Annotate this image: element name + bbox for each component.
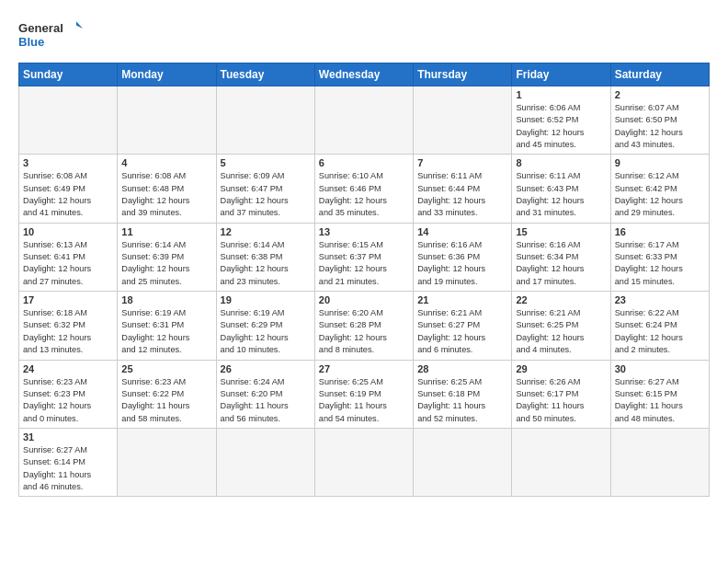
day-number: 7 bbox=[417, 157, 507, 168]
calendar-cell: 14Sunrise: 6:16 AM Sunset: 6:36 PM Dayli… bbox=[414, 223, 512, 291]
day-info: Sunrise: 6:17 AM Sunset: 6:33 PM Dayligh… bbox=[615, 239, 705, 288]
svg-marker-2 bbox=[76, 21, 83, 29]
calendar-cell bbox=[314, 428, 413, 496]
day-info: Sunrise: 6:14 AM Sunset: 6:38 PM Dayligh… bbox=[221, 239, 311, 288]
calendar-week-0: 1Sunrise: 6:06 AM Sunset: 6:52 PM Daylig… bbox=[19, 86, 710, 155]
calendar-cell: 19Sunrise: 6:19 AM Sunset: 6:29 PM Dayli… bbox=[216, 292, 314, 360]
calendar-cell: 21Sunrise: 6:21 AM Sunset: 6:27 PM Dayli… bbox=[414, 292, 512, 360]
calendar-cell: 16Sunrise: 6:17 AM Sunset: 6:33 PM Dayli… bbox=[610, 223, 709, 291]
calendar-cell: 26Sunrise: 6:24 AM Sunset: 6:20 PM Dayli… bbox=[216, 360, 314, 428]
svg-text:Blue: Blue bbox=[18, 35, 44, 49]
day-info: Sunrise: 6:15 AM Sunset: 6:37 PM Dayligh… bbox=[319, 239, 409, 288]
calendar-cell: 13Sunrise: 6:15 AM Sunset: 6:37 PM Dayli… bbox=[314, 223, 413, 291]
day-info: Sunrise: 6:27 AM Sunset: 6:14 PM Dayligh… bbox=[23, 444, 113, 493]
day-info: Sunrise: 6:14 AM Sunset: 6:39 PM Dayligh… bbox=[121, 239, 211, 288]
calendar-cell: 10Sunrise: 6:13 AM Sunset: 6:41 PM Dayli… bbox=[19, 223, 118, 291]
day-number: 9 bbox=[615, 157, 705, 168]
day-header-thursday: Thursday bbox=[414, 63, 512, 86]
calendar-cell: 6Sunrise: 6:10 AM Sunset: 6:46 PM Daylig… bbox=[314, 155, 413, 223]
day-number: 30 bbox=[615, 363, 705, 374]
day-info: Sunrise: 6:11 AM Sunset: 6:43 PM Dayligh… bbox=[516, 170, 606, 219]
day-number: 22 bbox=[516, 294, 606, 305]
day-info: Sunrise: 6:27 AM Sunset: 6:15 PM Dayligh… bbox=[615, 376, 705, 425]
calendar-cell: 18Sunrise: 6:19 AM Sunset: 6:31 PM Dayli… bbox=[118, 292, 216, 360]
day-number: 31 bbox=[23, 431, 113, 442]
calendar-cell: 15Sunrise: 6:16 AM Sunset: 6:34 PM Dayli… bbox=[512, 223, 610, 291]
calendar-cell: 8Sunrise: 6:11 AM Sunset: 6:43 PM Daylig… bbox=[512, 155, 610, 223]
day-number: 6 bbox=[319, 157, 409, 168]
calendar-cell bbox=[414, 86, 512, 155]
calendar-cell: 30Sunrise: 6:27 AM Sunset: 6:15 PM Dayli… bbox=[610, 360, 709, 428]
calendar-cell bbox=[19, 86, 118, 155]
calendar-cell: 24Sunrise: 6:23 AM Sunset: 6:23 PM Dayli… bbox=[19, 360, 118, 428]
calendar-cell: 25Sunrise: 6:23 AM Sunset: 6:22 PM Dayli… bbox=[118, 360, 216, 428]
day-info: Sunrise: 6:22 AM Sunset: 6:24 PM Dayligh… bbox=[615, 307, 705, 356]
day-header-saturday: Saturday bbox=[610, 63, 709, 86]
day-info: Sunrise: 6:20 AM Sunset: 6:28 PM Dayligh… bbox=[319, 307, 409, 356]
calendar-cell: 1Sunrise: 6:06 AM Sunset: 6:52 PM Daylig… bbox=[512, 86, 610, 155]
day-info: Sunrise: 6:10 AM Sunset: 6:46 PM Dayligh… bbox=[319, 170, 409, 219]
day-number: 8 bbox=[516, 157, 606, 168]
day-info: Sunrise: 6:19 AM Sunset: 6:31 PM Dayligh… bbox=[121, 307, 211, 356]
calendar-cell bbox=[414, 428, 512, 496]
day-number: 4 bbox=[121, 157, 211, 168]
logo-svg: General Blue bbox=[18, 15, 83, 55]
day-number: 12 bbox=[221, 226, 311, 237]
calendar-cell: 22Sunrise: 6:21 AM Sunset: 6:25 PM Dayli… bbox=[512, 292, 610, 360]
calendar-cell: 20Sunrise: 6:20 AM Sunset: 6:28 PM Dayli… bbox=[314, 292, 413, 360]
calendar-cell: 12Sunrise: 6:14 AM Sunset: 6:38 PM Dayli… bbox=[216, 223, 314, 291]
day-info: Sunrise: 6:19 AM Sunset: 6:29 PM Dayligh… bbox=[221, 307, 311, 356]
day-number: 26 bbox=[221, 363, 311, 374]
day-info: Sunrise: 6:08 AM Sunset: 6:49 PM Dayligh… bbox=[23, 170, 113, 219]
calendar-week-3: 17Sunrise: 6:18 AM Sunset: 6:32 PM Dayli… bbox=[19, 292, 710, 360]
day-number: 28 bbox=[417, 363, 507, 374]
day-header-friday: Friday bbox=[512, 63, 610, 86]
day-info: Sunrise: 6:16 AM Sunset: 6:34 PM Dayligh… bbox=[516, 239, 606, 288]
day-number: 23 bbox=[615, 294, 705, 305]
calendar-cell: 29Sunrise: 6:26 AM Sunset: 6:17 PM Dayli… bbox=[512, 360, 610, 428]
day-header-tuesday: Tuesday bbox=[216, 63, 314, 86]
day-header-monday: Monday bbox=[118, 63, 216, 86]
day-number: 20 bbox=[319, 294, 409, 305]
calendar-cell: 11Sunrise: 6:14 AM Sunset: 6:39 PM Dayli… bbox=[118, 223, 216, 291]
calendar-cell: 27Sunrise: 6:25 AM Sunset: 6:19 PM Dayli… bbox=[314, 360, 413, 428]
calendar-cell: 31Sunrise: 6:27 AM Sunset: 6:14 PM Dayli… bbox=[19, 428, 118, 496]
calendar-cell: 7Sunrise: 6:11 AM Sunset: 6:44 PM Daylig… bbox=[414, 155, 512, 223]
day-number: 29 bbox=[516, 363, 606, 374]
day-header-sunday: Sunday bbox=[19, 63, 118, 86]
day-info: Sunrise: 6:09 AM Sunset: 6:47 PM Dayligh… bbox=[221, 170, 311, 219]
day-number: 3 bbox=[23, 157, 113, 168]
day-info: Sunrise: 6:18 AM Sunset: 6:32 PM Dayligh… bbox=[23, 307, 113, 356]
day-info: Sunrise: 6:24 AM Sunset: 6:20 PM Dayligh… bbox=[221, 376, 311, 425]
day-info: Sunrise: 6:23 AM Sunset: 6:23 PM Dayligh… bbox=[23, 376, 113, 425]
day-number: 11 bbox=[121, 226, 211, 237]
day-info: Sunrise: 6:21 AM Sunset: 6:25 PM Dayligh… bbox=[516, 307, 606, 356]
calendar-cell: 2Sunrise: 6:07 AM Sunset: 6:50 PM Daylig… bbox=[610, 86, 709, 155]
calendar-cell: 4Sunrise: 6:08 AM Sunset: 6:48 PM Daylig… bbox=[118, 155, 216, 223]
day-info: Sunrise: 6:07 AM Sunset: 6:50 PM Dayligh… bbox=[615, 102, 705, 151]
calendar-cell: 28Sunrise: 6:25 AM Sunset: 6:18 PM Dayli… bbox=[414, 360, 512, 428]
day-number: 24 bbox=[23, 363, 113, 374]
svg-text:General: General bbox=[18, 21, 63, 35]
day-info: Sunrise: 6:26 AM Sunset: 6:17 PM Dayligh… bbox=[516, 376, 606, 425]
day-number: 14 bbox=[417, 226, 507, 237]
calendar-cell bbox=[118, 428, 216, 496]
day-info: Sunrise: 6:12 AM Sunset: 6:42 PM Dayligh… bbox=[615, 170, 705, 219]
calendar-header-row: SundayMondayTuesdayWednesdayThursdayFrid… bbox=[19, 63, 710, 86]
day-info: Sunrise: 6:13 AM Sunset: 6:41 PM Dayligh… bbox=[23, 239, 113, 288]
day-number: 5 bbox=[221, 157, 311, 168]
day-number: 13 bbox=[319, 226, 409, 237]
calendar-cell: 5Sunrise: 6:09 AM Sunset: 6:47 PM Daylig… bbox=[216, 155, 314, 223]
calendar-week-4: 24Sunrise: 6:23 AM Sunset: 6:23 PM Dayli… bbox=[19, 360, 710, 428]
calendar-cell bbox=[512, 428, 610, 496]
day-number: 15 bbox=[516, 226, 606, 237]
day-info: Sunrise: 6:11 AM Sunset: 6:44 PM Dayligh… bbox=[417, 170, 507, 219]
day-number: 27 bbox=[319, 363, 409, 374]
day-info: Sunrise: 6:25 AM Sunset: 6:19 PM Dayligh… bbox=[319, 376, 409, 425]
calendar-cell: 9Sunrise: 6:12 AM Sunset: 6:42 PM Daylig… bbox=[610, 155, 709, 223]
day-number: 25 bbox=[121, 363, 211, 374]
day-info: Sunrise: 6:25 AM Sunset: 6:18 PM Dayligh… bbox=[417, 376, 507, 425]
calendar-cell: 17Sunrise: 6:18 AM Sunset: 6:32 PM Dayli… bbox=[19, 292, 118, 360]
day-number: 1 bbox=[516, 89, 606, 100]
calendar-cell bbox=[216, 86, 314, 155]
